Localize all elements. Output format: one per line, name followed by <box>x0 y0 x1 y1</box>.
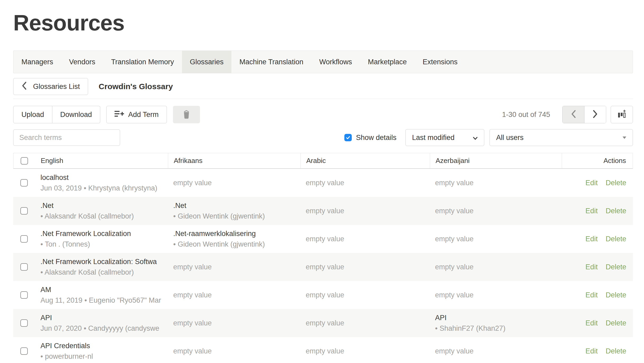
term-meta: Aug 11, 2019 • Eugenio "Ryo567" Mar <box>40 296 168 305</box>
row-checkbox[interactable] <box>20 291 28 299</box>
empty-value: empty value <box>435 347 561 355</box>
row-checkbox-cell <box>13 197 35 225</box>
glossaries-list-back-button[interactable]: Glossaries List <box>13 78 88 95</box>
term-cell-afrikaans: empty value <box>168 253 300 281</box>
row-checkbox[interactable] <box>20 263 28 271</box>
delete-link[interactable]: Delete <box>606 179 626 187</box>
header-checkbox-cell <box>13 153 35 168</box>
glossary-title: Crowdin's Glossary <box>99 82 173 91</box>
show-details-checkbox[interactable] <box>344 134 352 141</box>
term-cell-azerbaijani: empty value <box>430 225 561 253</box>
empty-value: empty value <box>435 207 561 215</box>
term-meta: • Gideon Wentink (gjwentink) <box>173 212 300 220</box>
add-term-list-plus-icon <box>115 110 124 119</box>
next-page-button[interactable] <box>584 106 606 123</box>
filter-right: Show details Last modified All users <box>344 129 633 146</box>
edit-link[interactable]: Edit <box>585 263 598 271</box>
actions-cell: Edit Delete <box>561 309 633 337</box>
edit-link[interactable]: Edit <box>585 319 598 327</box>
term-cell-english: API Credentials • powerburner-nl <box>35 337 168 363</box>
term-cell-english: .Net Framework Localization • Ton . (Ton… <box>35 225 168 253</box>
tab-workflows[interactable]: Workflows <box>311 51 360 73</box>
delete-selected-button[interactable] <box>173 106 200 123</box>
table-row: .Net Framework Localization • Ton . (Ton… <box>13 225 633 253</box>
actions-cell: Edit Delete <box>561 197 633 225</box>
table-header: English Afrikaans Arabic Azerbaijani Act… <box>13 153 633 169</box>
empty-value: empty value <box>173 347 300 355</box>
edit-link[interactable]: Edit <box>585 235 598 243</box>
term-cell-english: .Net • Alaksandr Košal (callmebor) <box>35 197 168 225</box>
delete-link[interactable]: Delete <box>606 347 626 355</box>
row-checkbox-cell <box>13 281 35 309</box>
tab-extensions[interactable]: Extensions <box>415 51 465 73</box>
column-header-english: English <box>35 153 168 168</box>
row-checkbox[interactable] <box>20 179 28 187</box>
term-meta: Jun 03, 2019 • Khrystyna (khrystyna) <box>40 184 168 192</box>
delete-link[interactable]: Delete <box>606 291 626 299</box>
row-checkbox-cell <box>13 309 35 337</box>
delete-link[interactable]: Delete <box>606 207 626 215</box>
term-cell-afrikaans: empty value <box>168 281 300 309</box>
tab-glossaries[interactable]: Glossaries <box>182 51 232 73</box>
row-checkbox[interactable] <box>20 347 28 355</box>
select-all-checkbox[interactable] <box>21 157 28 165</box>
table-row: API Jun 07, 2020 • Candyyyyy (candyswe e… <box>13 309 633 337</box>
show-details-toggle[interactable]: Show details <box>344 134 396 142</box>
empty-value: empty value <box>173 291 300 299</box>
show-details-label: Show details <box>356 134 396 142</box>
term-cell-english: localhost Jun 03, 2019 • Khrystyna (khry… <box>35 169 168 197</box>
add-term-button[interactable]: Add Term <box>106 106 167 123</box>
tab-managers[interactable]: Managers <box>13 51 61 73</box>
empty-value: empty value <box>306 291 430 299</box>
add-term-label: Add Term <box>128 111 159 119</box>
term-cell-arabic: empty value <box>300 169 430 197</box>
edit-link[interactable]: Edit <box>585 291 598 299</box>
term-cell-afrikaans: empty value <box>168 309 300 337</box>
actions-cell: Edit Delete <box>561 253 633 281</box>
upload-button[interactable]: Upload <box>13 106 52 123</box>
manage-columns-button[interactable] <box>611 106 633 123</box>
term-text: localhost <box>40 174 168 182</box>
row-checkbox[interactable] <box>20 235 28 243</box>
chevron-down-icon <box>473 134 478 142</box>
sort-select[interactable]: Last modified <box>405 129 484 146</box>
delete-link[interactable]: Delete <box>606 319 626 327</box>
edit-link[interactable]: Edit <box>585 207 598 215</box>
tab-machine-translation[interactable]: Machine Translation <box>231 51 311 73</box>
users-select[interactable]: All users <box>490 129 633 146</box>
row-checkbox[interactable] <box>20 207 28 215</box>
row-checkbox[interactable] <box>20 319 28 327</box>
table-row: AM Aug 11, 2019 • Eugenio "Ryo567" Mar e… <box>13 281 633 309</box>
pager <box>562 106 606 123</box>
actions-cell: Edit Delete <box>561 169 633 197</box>
pagination-range: 1-30 out of 745 <box>502 111 550 119</box>
delete-link[interactable]: Delete <box>606 263 626 271</box>
empty-value: empty value <box>173 263 300 271</box>
edit-link[interactable]: Edit <box>585 179 598 187</box>
columns-plus-icon <box>617 110 626 120</box>
table-row: .Net • Alaksandr Košal (callmebor) .Net … <box>13 197 633 225</box>
term-cell-arabic: empty value <box>300 337 430 363</box>
tab-marketplace[interactable]: Marketplace <box>360 51 415 73</box>
empty-value: empty value <box>306 179 430 187</box>
actions-cell: Edit Delete <box>561 281 633 309</box>
table-row: .Net Framework Localization: Softwa • Al… <box>13 253 633 281</box>
search-terms-input[interactable] <box>13 129 120 146</box>
glossary-table: English Afrikaans Arabic Azerbaijani Act… <box>13 153 633 363</box>
chevron-left-icon <box>571 110 576 119</box>
tab-translation-memory[interactable]: Translation Memory <box>103 51 182 73</box>
edit-link[interactable]: Edit <box>585 347 598 355</box>
chevron-right-icon <box>593 110 598 119</box>
download-button[interactable]: Download <box>52 106 100 123</box>
chevron-left-icon <box>21 81 27 92</box>
tab-vendors[interactable]: Vendors <box>61 51 103 73</box>
prev-page-button[interactable] <box>563 106 584 123</box>
glossary-subnav: Glossaries List Crowdin's Glossary <box>13 78 633 95</box>
page: Resources Managers Vendors Translation M… <box>13 10 633 363</box>
term-meta: • Ton . (Tonnes) <box>40 240 168 248</box>
column-header-azerbaijani: Azerbaijani <box>430 153 562 168</box>
term-text: .Net-raamwerklokalisering <box>173 230 300 238</box>
empty-value: empty value <box>435 179 561 187</box>
term-cell-arabic: empty value <box>300 281 430 309</box>
delete-link[interactable]: Delete <box>606 235 626 243</box>
